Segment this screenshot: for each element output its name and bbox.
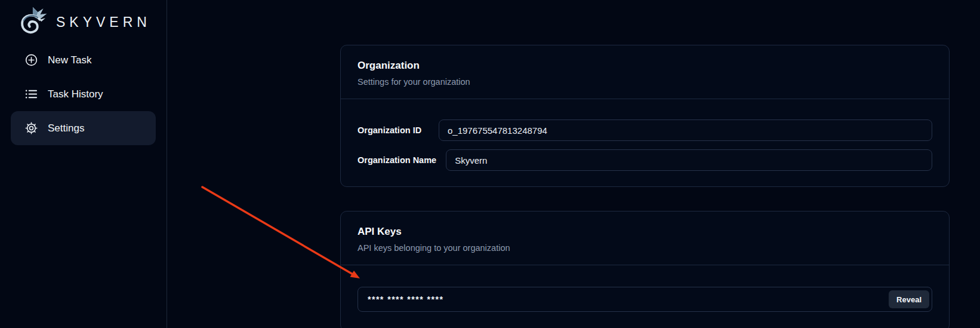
organization-id-input[interactable] [439, 119, 932, 141]
organization-card: Organization Settings for your organizat… [340, 45, 950, 187]
sidebar-item-task-history[interactable]: Task History [11, 77, 156, 111]
api-key-masked-input[interactable] [358, 287, 932, 312]
organization-card-header: Organization Settings for your organizat… [341, 45, 949, 99]
list-icon [24, 87, 38, 102]
card-subtitle: API keys belonging to your organization [358, 243, 932, 253]
organization-name-input[interactable] [446, 149, 932, 171]
reveal-button[interactable]: Reveal [889, 290, 929, 308]
organization-id-row: Organization ID [358, 119, 932, 141]
plus-circle-icon [24, 53, 38, 68]
main-content: Organization Settings for your organizat… [167, 0, 980, 328]
skyvern-settings-page: SKYVERN New Task Task History [0, 0, 980, 328]
card-title: Organization [358, 60, 932, 72]
api-keys-card: API Keys API keys belonging to your orga… [340, 211, 950, 328]
sidebar-item-label: Settings [48, 122, 84, 134]
api-key-field: Reveal [358, 287, 932, 312]
organization-name-label: Organization Name [358, 155, 436, 165]
organization-name-row: Organization Name [358, 149, 932, 171]
api-keys-card-header: API Keys API keys belonging to your orga… [341, 211, 949, 265]
card-title: API Keys [358, 226, 932, 238]
organization-id-label: Organization ID [358, 125, 429, 135]
brand-name: SKYVERN [56, 14, 151, 30]
gear-icon [24, 121, 38, 136]
sidebar: SKYVERN New Task Task History [0, 0, 167, 328]
sidebar-item-label: Task History [48, 88, 103, 100]
card-subtitle: Settings for your organization [358, 77, 932, 87]
sidebar-item-label: New Task [48, 54, 91, 66]
sidebar-nav: New Task Task History [11, 43, 156, 145]
organization-card-body: Organization ID Organization Name [341, 99, 949, 186]
sidebar-item-settings[interactable]: Settings [11, 111, 156, 145]
sidebar-item-new-task[interactable]: New Task [11, 43, 156, 77]
brand-logo[interactable]: SKYVERN [11, 4, 156, 41]
skyvern-dragon-logo-icon [16, 6, 49, 38]
api-keys-card-body: Reveal [341, 265, 949, 328]
